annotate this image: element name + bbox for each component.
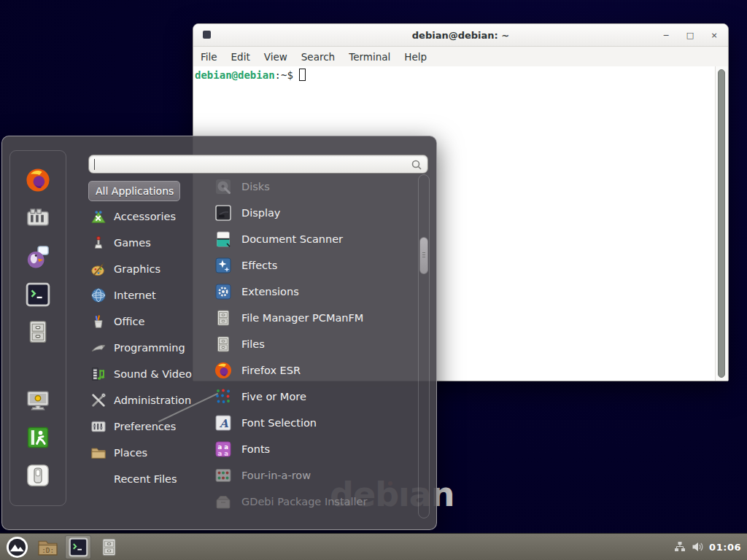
favorite-lock-screen[interactable] <box>26 388 50 413</box>
app-document-scanner[interactable]: Document Scanner <box>204 226 419 252</box>
favorite-firefox[interactable] <box>26 168 50 192</box>
terminal-menu-search[interactable]: Search <box>301 50 336 64</box>
app-disks[interactable]: Disks <box>204 174 419 200</box>
font-selection-icon: A <box>214 414 232 432</box>
favorite-terminal[interactable] <box>26 282 50 307</box>
app-list-scrollbar-thumb[interactable] <box>419 237 428 274</box>
category-sound-video[interactable]: Sound & Video <box>88 361 196 387</box>
app-extensions[interactable]: Extensions <box>204 279 419 305</box>
app-gdebi-package-installer[interactable]: GDebi Package Installer <box>204 489 419 515</box>
category-label: Recent Files <box>114 473 177 485</box>
terminal-menu-file[interactable]: File <box>200 50 218 64</box>
app-fonts[interactable]: a aa aFonts <box>204 436 419 462</box>
graphics-icon <box>90 261 107 277</box>
terminal-menu-terminal[interactable]: Terminal <box>348 50 391 64</box>
category-label: Preferences <box>114 421 176 432</box>
file-cabinet-icon <box>99 537 119 557</box>
network-status-icon[interactable] <box>674 541 686 553</box>
category-administration[interactable]: Administration <box>88 387 196 413</box>
category-label: Internet <box>114 289 156 301</box>
desktop: { "desktop": { "watermark_text": "debian… <box>0 0 747 560</box>
category-all-applications[interactable]: All Applications <box>88 181 180 201</box>
effects-icon <box>214 257 232 274</box>
settings-panel-icon <box>26 206 50 230</box>
taskbar-launchers: :D: <box>0 534 126 560</box>
prompt-symbol: $ <box>287 69 293 81</box>
taskbar-desktop-files-button[interactable]: :D: <box>34 535 61 559</box>
blank-icon <box>90 471 107 487</box>
maximize-button[interactable]: □ <box>685 31 695 39</box>
category-label: Accessories <box>114 211 176 222</box>
terminal-menubar: FileEditViewSearchTerminalHelp <box>193 47 728 67</box>
file-cabinet-icon <box>214 335 232 353</box>
app-font-selection[interactable]: AFont Selection <box>204 410 419 436</box>
close-button[interactable]: × <box>709 31 719 39</box>
terminal-menu-view[interactable]: View <box>263 50 288 64</box>
favorite-file-manager[interactable] <box>26 319 50 344</box>
category-places[interactable]: Places <box>88 440 196 466</box>
taskbar-terminal-window-button[interactable] <box>65 535 91 559</box>
search-box[interactable] <box>88 155 428 174</box>
category-office[interactable]: Office <box>88 308 196 335</box>
search-input[interactable] <box>95 157 407 173</box>
prompt-user: debian@debian <box>195 69 275 81</box>
favorite-log-out[interactable] <box>26 425 50 450</box>
app-four-in-a-row[interactable]: Four-in-a-row <box>204 462 419 489</box>
app-list-scrollbar[interactable] <box>418 174 430 518</box>
app-file-manager-pcmanfm[interactable]: File Manager PCManFM <box>204 305 419 331</box>
window-controls: −□× <box>661 24 719 46</box>
app-label: Extensions <box>241 286 299 298</box>
category-preferences[interactable]: Preferences <box>88 413 196 440</box>
prompt-separator: : <box>275 69 281 81</box>
terminal-menu-help[interactable]: Help <box>403 50 427 64</box>
games-icon <box>90 235 107 251</box>
taskbar-menu-button[interactable] <box>4 535 30 559</box>
app-label: Font Selection <box>241 417 317 429</box>
favorite-pidgin[interactable] <box>26 244 50 269</box>
app-effects[interactable]: Effects <box>204 252 419 279</box>
category-graphics[interactable]: Graphics <box>88 256 196 282</box>
taskbar-file-manager-button[interactable] <box>96 535 122 559</box>
app-files[interactable]: Files <box>204 331 419 357</box>
terminal-scrollbar[interactable] <box>715 66 728 381</box>
svg-text:A: A <box>219 417 229 430</box>
category-label: Graphics <box>114 263 160 275</box>
volume-status-icon[interactable] <box>692 541 703 553</box>
category-label: Administration <box>114 394 191 406</box>
five-or-more-icon <box>214 388 232 405</box>
four-in-a-row-icon <box>214 467 232 484</box>
app-display[interactable]: Display <box>204 200 419 226</box>
clock[interactable]: 01:06 <box>709 542 741 553</box>
terminal-titlebar[interactable]: debian@debian: ~ −□× <box>193 24 728 47</box>
svg-text::D:: :D: <box>42 545 54 553</box>
minimize-button[interactable]: − <box>661 31 671 39</box>
search-icon <box>411 159 422 171</box>
app-label: Files <box>241 338 265 350</box>
terminal-scrollbar-thumb[interactable] <box>718 69 725 378</box>
app-label: Five or More <box>241 391 306 402</box>
administration-icon <box>90 392 107 408</box>
category-internet[interactable]: Internet <box>88 282 196 308</box>
app-label: Document Scanner <box>241 233 343 245</box>
favorite-shutdown[interactable] <box>26 463 50 488</box>
desktop-folder-icon: :D: <box>37 537 58 558</box>
category-programming[interactable]: Programming <box>88 335 196 361</box>
favorite-control-center[interactable] <box>26 206 50 230</box>
category-accessories[interactable]: Accessories <box>88 203 196 230</box>
application-list: DisksDisplayDocument ScannerEffectsExten… <box>204 174 419 515</box>
app-firefox-esr[interactable]: Firefox ESR <box>204 357 419 384</box>
firefox-icon <box>214 362 232 379</box>
terminal-window-icon <box>203 31 211 39</box>
category-games[interactable]: Games <box>88 230 196 256</box>
terminal-prompt-line: debian@debian:~$ <box>193 66 728 83</box>
firefox-icon <box>26 168 50 192</box>
category-label: Places <box>114 447 147 459</box>
sound-video-icon <box>90 366 107 382</box>
pidgin-icon <box>26 244 50 269</box>
programming-icon <box>90 340 107 356</box>
file-cabinet-icon <box>26 319 50 344</box>
category-recent-files[interactable]: Recent Files <box>88 466 196 492</box>
terminal-menu-edit[interactable]: Edit <box>231 50 251 64</box>
disks-icon <box>214 178 232 195</box>
app-five-or-more[interactable]: Five or More <box>204 384 419 410</box>
